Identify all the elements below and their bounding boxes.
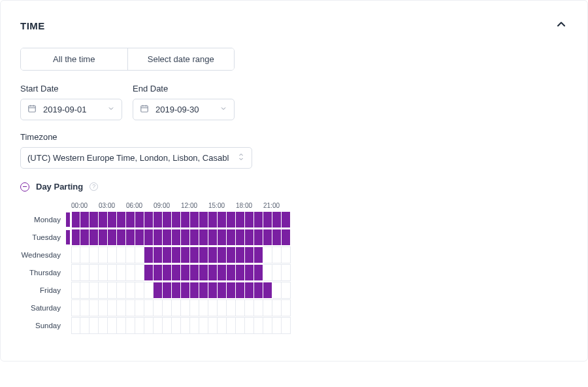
hour-cell[interactable] <box>144 211 154 228</box>
hour-cell[interactable] <box>80 282 90 299</box>
hour-cell[interactable] <box>144 299 154 316</box>
hour-cell[interactable] <box>218 317 227 334</box>
hour-cell[interactable] <box>282 317 291 334</box>
hour-cell[interactable] <box>218 229 227 246</box>
hour-cell[interactable] <box>181 246 190 263</box>
hour-cell[interactable] <box>199 246 208 263</box>
hour-cell[interactable] <box>263 211 272 228</box>
hour-cell[interactable] <box>263 264 272 281</box>
hour-cell[interactable] <box>144 264 154 281</box>
hour-cell[interactable] <box>117 282 126 299</box>
hour-cell[interactable] <box>108 299 117 316</box>
hour-cell[interactable] <box>254 246 263 263</box>
hour-cell[interactable] <box>108 211 117 228</box>
hour-cell[interactable] <box>108 317 117 334</box>
hour-cell[interactable] <box>154 229 163 246</box>
day-handle[interactable] <box>66 212 70 227</box>
hour-cell[interactable] <box>236 299 245 316</box>
hour-cell[interactable] <box>99 229 108 246</box>
hour-cell[interactable] <box>126 211 135 228</box>
hour-cell[interactable] <box>227 246 236 263</box>
hour-cell[interactable] <box>154 264 163 281</box>
hour-cell[interactable] <box>163 246 172 263</box>
hour-cell[interactable] <box>99 299 108 316</box>
end-date-picker[interactable]: 2019-09-30 <box>133 99 235 120</box>
hour-cell[interactable] <box>199 317 208 334</box>
day-handle[interactable] <box>66 230 70 244</box>
hour-cell[interactable] <box>208 299 218 316</box>
hour-cell[interactable] <box>172 229 181 246</box>
help-icon[interactable]: ? <box>90 182 98 191</box>
hour-cell[interactable] <box>282 264 291 281</box>
hour-cell[interactable] <box>163 299 172 316</box>
hour-cell[interactable] <box>90 211 99 228</box>
hour-cell[interactable] <box>90 317 99 334</box>
hour-cell[interactable] <box>245 211 254 228</box>
hour-cell[interactable] <box>108 264 117 281</box>
collapse-minus-icon[interactable] <box>20 182 29 192</box>
hour-cell[interactable] <box>108 229 117 246</box>
hour-cell[interactable] <box>154 211 163 228</box>
hour-cell[interactable] <box>135 229 144 246</box>
hour-cell[interactable] <box>272 211 282 228</box>
hour-cell[interactable] <box>154 317 163 334</box>
hour-cell[interactable] <box>172 317 181 334</box>
hour-cell[interactable] <box>245 246 254 263</box>
hour-cell[interactable] <box>263 246 272 263</box>
hour-cell[interactable] <box>208 211 218 228</box>
hour-cell[interactable] <box>144 246 154 263</box>
hour-cell[interactable] <box>154 299 163 316</box>
hour-cell[interactable] <box>272 246 282 263</box>
hour-cell[interactable] <box>126 317 135 334</box>
hour-cell[interactable] <box>154 282 163 299</box>
hour-cell[interactable] <box>126 264 135 281</box>
hour-cell[interactable] <box>190 317 199 334</box>
hour-cell[interactable] <box>99 282 108 299</box>
hour-cell[interactable] <box>190 282 199 299</box>
hour-cell[interactable] <box>218 211 227 228</box>
hour-cell[interactable] <box>245 264 254 281</box>
hour-cell[interactable] <box>117 317 126 334</box>
hour-cell[interactable] <box>126 246 135 263</box>
hour-cell[interactable] <box>163 211 172 228</box>
hour-cell[interactable] <box>71 299 80 316</box>
hour-cell[interactable] <box>154 246 163 263</box>
hour-cell[interactable] <box>172 299 181 316</box>
hour-cell[interactable] <box>190 211 199 228</box>
hour-cell[interactable] <box>236 317 245 334</box>
hour-cell[interactable] <box>99 317 108 334</box>
tab-select-range[interactable]: Select date range <box>127 48 235 70</box>
hour-cell[interactable] <box>172 211 181 228</box>
hour-cell[interactable] <box>144 229 154 246</box>
hour-cell[interactable] <box>135 211 144 228</box>
hour-cell[interactable] <box>90 246 99 263</box>
day-handle[interactable] <box>66 265 70 280</box>
day-handle[interactable] <box>66 283 70 297</box>
timezone-select[interactable]: (UTC) Western Europe Time, London, Lisbo… <box>20 147 252 169</box>
hour-cell[interactable] <box>90 299 99 316</box>
hour-cell[interactable] <box>208 246 218 263</box>
hour-cell[interactable] <box>181 264 190 281</box>
hour-cell[interactable] <box>227 264 236 281</box>
hour-cell[interactable] <box>254 299 263 316</box>
hour-cell[interactable] <box>71 211 80 228</box>
hour-cell[interactable] <box>190 299 199 316</box>
hour-cell[interactable] <box>282 246 291 263</box>
hour-cell[interactable] <box>208 317 218 334</box>
hour-cell[interactable] <box>282 299 291 316</box>
hour-cell[interactable] <box>245 229 254 246</box>
day-handle[interactable] <box>66 301 70 315</box>
hour-cell[interactable] <box>282 282 291 299</box>
hour-cell[interactable] <box>272 282 282 299</box>
tab-all-time[interactable]: All the time <box>21 48 127 70</box>
hour-cell[interactable] <box>263 229 272 246</box>
hour-cell[interactable] <box>172 246 181 263</box>
hour-cell[interactable] <box>163 264 172 281</box>
hour-cell[interactable] <box>181 229 190 246</box>
hour-cell[interactable] <box>90 229 99 246</box>
hour-cell[interactable] <box>199 299 208 316</box>
hour-cell[interactable] <box>181 211 190 228</box>
hour-cell[interactable] <box>236 282 245 299</box>
hour-cell[interactable] <box>199 211 208 228</box>
hour-cell[interactable] <box>99 246 108 263</box>
